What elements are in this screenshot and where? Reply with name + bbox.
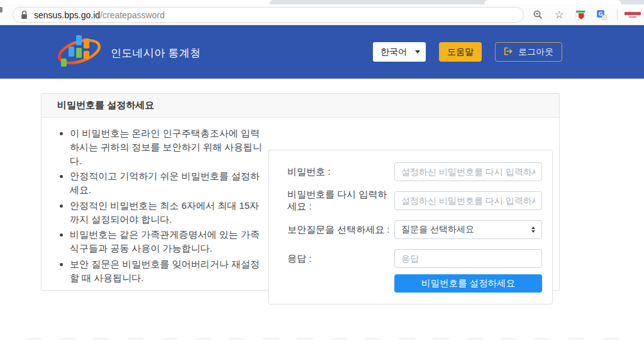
answer-input[interactable] xyxy=(394,249,542,268)
header-actions: 한국어 도움말 로그아웃 xyxy=(373,42,562,62)
answer-label: 응답 : xyxy=(287,253,394,265)
shield-extension-icon[interactable] xyxy=(574,9,587,21)
cropped-footer-edge xyxy=(25,338,619,340)
security-question-selected-value: 질문을 선택하세요 xyxy=(401,224,474,235)
help-button[interactable]: 도움말 xyxy=(439,42,482,62)
guideline-item: 안정적이고 기억하기 쉬운 비밀번호를 설정하세요. xyxy=(70,169,268,197)
address-bar[interactable]: sensus.bps.go.id/createpassword xyxy=(13,7,524,23)
brand[interactable]: 인도네시아 통계청 xyxy=(57,34,201,72)
toolbar-icons: ☆ G xyxy=(531,4,639,25)
password-manager-extension-icon[interactable] xyxy=(626,9,639,21)
guideline-item: 이 비밀번호는 온라인 인구주택총조사에 입력하시는 귀하의 정보를 보안하기 … xyxy=(70,126,268,167)
logout-button[interactable]: 로그아웃 xyxy=(495,42,562,62)
toolbar-separator xyxy=(617,9,618,20)
browser-tab-strip xyxy=(0,0,644,4)
card-title: 비밀번호를 설정하세요 xyxy=(57,99,154,111)
browser-window: sensus.bps.go.id/createpassword ☆ G xyxy=(0,0,644,341)
set-password-button[interactable]: 비밀번호를 설정하세요 xyxy=(394,274,542,293)
zoom-out-icon[interactable] xyxy=(531,9,544,21)
password-guidelines-list: 이 비밀번호는 온라인 인구주택총조사에 입력하시는 귀하의 정보를 보안하기 … xyxy=(57,126,268,286)
logout-icon xyxy=(504,47,513,57)
password-input[interactable] xyxy=(394,162,542,181)
form-row-security-question: 보안질문을 선택하세요 : 질문을 선택하세요 xyxy=(287,220,542,239)
form-row-answer: 응답 : xyxy=(287,249,542,268)
language-select[interactable]: 한국어 xyxy=(373,42,426,62)
password-confirm-label: 비밀번호를 다시 입력하세요 : xyxy=(287,189,394,213)
url-path: /createpassword xyxy=(100,10,165,20)
site-header: 인도네시아 통계청 한국어 도움말 로그아웃 xyxy=(0,25,644,79)
cropped-toolbar-icon xyxy=(0,7,3,13)
security-question-label: 보안질문을 선택하세요 : xyxy=(287,224,394,236)
card-body: 이 비밀번호는 온라인 인구주택총조사에 입력하시는 귀하의 정보를 보안하기 … xyxy=(42,118,559,291)
logout-label: 로그아웃 xyxy=(518,47,553,58)
caret-down-icon xyxy=(415,50,420,53)
select-updown-icon xyxy=(531,226,535,233)
bps-logo-icon xyxy=(57,34,102,72)
url-text[interactable]: sensus.bps.go.id/createpassword xyxy=(34,10,165,20)
browser-toolbar: sensus.bps.go.id/createpassword ☆ G xyxy=(0,4,644,25)
guideline-item: 비밀번호는 같은 가족관게증명서에 있는 가족식구들과 공동 사용이 가능합니다… xyxy=(70,228,268,255)
form-row-password: 비밀번호 : xyxy=(287,162,542,181)
guideline-item: 보안 질문은 비밀번호를 잊어버리거나 재설정할 때 사용됩니다. xyxy=(70,257,268,285)
submit-row: 비밀번호를 설정하세요 xyxy=(287,274,542,293)
site-title: 인도네시아 통계청 xyxy=(111,46,201,60)
lock-icon[interactable] xyxy=(21,11,28,20)
guideline-item: 안정적인 비밀번호는 최소 6자에서 최대 15자까지 설정되어야 합니다. xyxy=(70,199,268,226)
bookmark-star-icon[interactable]: ☆ xyxy=(553,9,565,21)
language-selected-value: 한국어 xyxy=(380,47,407,58)
security-question-select[interactable]: 질문을 선택하세요 xyxy=(394,220,542,239)
translate-extension-icon[interactable]: G xyxy=(596,9,608,21)
url-domain: sensus.bps.go.id xyxy=(34,10,100,20)
password-label: 비밀번호 : xyxy=(287,166,394,178)
card-header: 비밀번호를 설정하세요 xyxy=(42,94,559,118)
password-confirm-input[interactable] xyxy=(394,191,542,210)
browser-tab[interactable] xyxy=(484,0,621,4)
form-row-password-confirm: 비밀번호를 다시 입력하세요 : xyxy=(287,191,542,210)
create-password-card: 비밀번호를 설정하세요 이 비밀번호는 온라인 인구주택총조사에 입력하시는 귀… xyxy=(41,93,560,291)
password-form: 비밀번호 : 비밀번호를 다시 입력하세요 : 보안질문을 선택하세요 : 질문… xyxy=(268,150,553,305)
